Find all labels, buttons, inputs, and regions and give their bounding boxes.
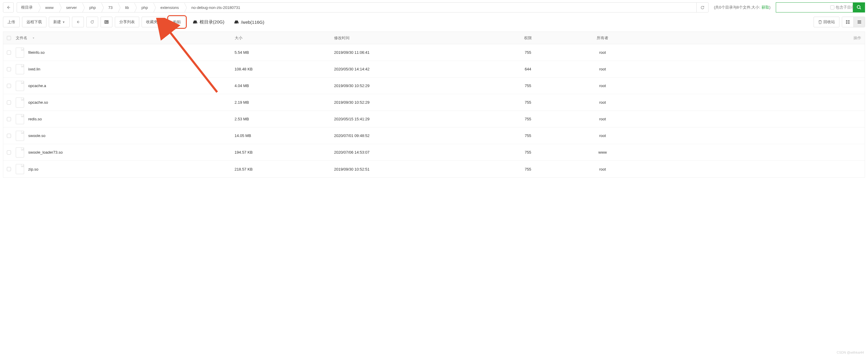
reload-button[interactable] [86,16,98,27]
breadcrumb-item[interactable]: php [82,3,101,12]
table-row[interactable]: zip.so218.57 KB2019/09/30 10:52:51755roo… [3,161,865,177]
row-checkbox[interactable] [7,84,11,88]
table-row[interactable]: swoole.so14.05 MB2020/07/01 09:48:52755r… [3,128,865,144]
table-row[interactable]: opcache.a4.04 MB2019/09/30 10:52:29755ro… [3,77,865,94]
row-checkbox[interactable] [7,134,11,138]
file-perm[interactable]: 755 [493,100,563,105]
file-name[interactable]: opcache.so [28,100,48,105]
svg-rect-11 [858,23,861,24]
row-checkbox[interactable] [7,150,11,154]
share-list-button[interactable]: 分享列表 [115,16,139,27]
file-perm[interactable]: 755 [493,117,563,121]
upload-button[interactable]: 上传 [3,16,20,27]
recycle-bin-button[interactable]: 回收站 [813,16,839,27]
file-owner[interactable]: root [563,67,642,71]
nav-back-button[interactable] [72,16,84,27]
breadcrumb-item[interactable]: php [134,3,153,12]
file-perm[interactable]: 644 [493,67,563,71]
include-subdir-label[interactable]: 包含子目录 [830,5,855,10]
file-owner[interactable]: root [563,117,642,121]
grid-icon [846,20,850,24]
trash-icon [818,20,822,24]
svg-rect-10 [858,22,861,22]
file-size: 2.19 MB [235,100,334,105]
file-name[interactable]: zip.so [28,167,38,172]
file-perm[interactable]: 755 [493,167,563,172]
file-name[interactable]: swoole.so [28,134,45,138]
file-name[interactable]: ixed.lin [28,67,40,71]
remote-download-button[interactable]: 远程下载 [22,16,46,27]
search-button[interactable] [853,2,865,12]
include-subdir-checkbox[interactable] [830,5,834,9]
svg-rect-8 [848,22,849,24]
caret-down-icon: ▼ [62,21,65,24]
file-size: 4.04 MB [235,83,334,88]
file-owner[interactable]: root [563,100,642,105]
file-perm[interactable]: 755 [493,150,563,154]
refresh-button[interactable] [696,3,708,12]
header-owner[interactable]: 所有者 [563,35,642,41]
disk-root[interactable]: 根目录(20G) [192,19,224,25]
breadcrumb-item[interactable]: extensions [153,3,184,12]
breadcrumb-item[interactable]: www [38,3,59,12]
header-mtime[interactable]: 修改时间 [334,35,493,41]
row-checkbox[interactable] [7,167,11,171]
file-size: 2.53 MB [235,117,334,121]
file-size: 5.54 MB [235,50,334,55]
file-perm[interactable]: 755 [493,50,563,55]
svg-rect-6 [848,20,849,22]
row-checkbox[interactable] [7,67,11,71]
file-owner[interactable]: root [563,134,642,138]
svg-point-0 [857,6,860,9]
row-checkbox[interactable] [7,50,11,55]
file-owner[interactable]: www [563,150,642,154]
breadcrumb-item[interactable]: server [59,3,82,12]
file-name[interactable]: swoole_loader73.so [28,150,63,154]
file-owner[interactable]: root [563,167,642,172]
file-perm[interactable]: 755 [493,134,563,138]
file-icon [16,98,24,108]
file-mtime: 2019/09/30 10:52:29 [334,83,493,88]
disk-web[interactable]: /web(116G) [234,20,264,25]
file-mtime: 2020/07/01 09:48:52 [334,134,493,138]
arrow-left-icon [6,5,11,10]
search-input[interactable] [778,5,829,10]
file-name[interactable]: fileinfo.so [28,50,44,55]
file-owner[interactable]: root [563,50,642,55]
svg-point-4 [237,23,238,24]
terminal-icon [104,20,109,24]
table-row[interactable]: swoole_loader73.so194.57 KB2020/07/06 14… [3,144,865,161]
new-button[interactable]: 新建▼ [49,16,70,27]
svg-rect-9 [858,21,861,21]
file-name[interactable]: opcache.a [28,83,46,88]
breadcrumb-item[interactable]: no-debug-non-zts-20180731 [184,3,245,12]
favorites-button[interactable]: 收藏夹▼ [142,16,166,27]
table-row[interactable]: fileinfo.so5.54 MB2019/09/30 11:06:41755… [3,44,865,61]
svg-point-3 [196,23,197,24]
table-row[interactable]: redis.so2.53 MB2020/05/15 15:41:29755roo… [3,111,865,128]
svg-line-1 [860,8,861,9]
refresh-icon [700,5,705,10]
list-view-button[interactable] [854,17,865,27]
table-row[interactable]: opcache.so2.19 MB2019/09/30 10:52:29755r… [3,94,865,111]
file-size: 14.05 MB [235,134,334,138]
grid-view-button[interactable] [842,17,854,27]
file-icon [16,64,24,74]
header-size[interactable]: 大小 [235,35,334,41]
select-all-checkbox[interactable] [7,36,11,40]
paste-button[interactable]: 粘贴 [169,16,185,27]
file-perm[interactable]: 755 [493,83,563,88]
breadcrumb-item[interactable]: 根目录 [17,3,38,12]
svg-rect-7 [846,22,847,24]
table-row[interactable]: ixed.lin108.48 KB2020/05/30 14:14:42644r… [3,61,865,77]
file-owner[interactable]: root [563,83,642,88]
row-checkbox[interactable] [7,117,11,121]
terminal-button[interactable] [100,16,113,27]
header-perm[interactable]: 权限 [493,35,563,41]
get-size-link[interactable]: 获取 [762,5,769,9]
row-checkbox[interactable] [7,101,11,105]
header-name[interactable]: 文件名▾ [16,35,235,41]
file-name[interactable]: redis.so [28,117,42,121]
back-button[interactable] [3,2,14,12]
svg-rect-2 [104,20,108,24]
